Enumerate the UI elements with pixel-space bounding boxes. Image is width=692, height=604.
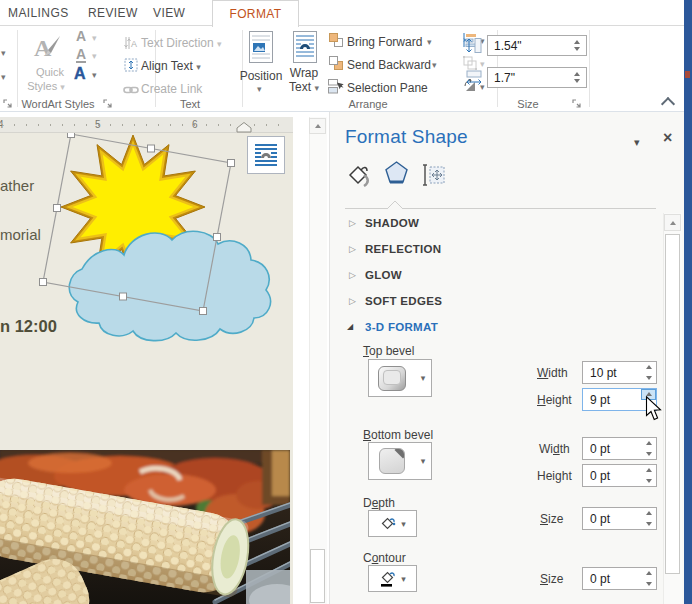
section-shadow[interactable]: SHADOW xyxy=(365,217,419,229)
contour-size-field[interactable]: 0 pt xyxy=(582,567,657,590)
spinner-down-icon[interactable] xyxy=(641,579,656,590)
contour-color-picker[interactable]: ▾ xyxy=(368,565,417,592)
bottom-bevel-picker[interactable]: ▾ xyxy=(368,442,432,480)
depth-color-icon xyxy=(379,516,396,532)
expander-icon[interactable]: ▷ xyxy=(349,297,356,306)
chevron-down-icon: ▾ xyxy=(196,62,201,72)
bring-forward-button[interactable]: Bring Forward xyxy=(347,35,422,49)
shape-height-spinner[interactable] xyxy=(570,40,586,51)
selection-pane-button[interactable]: Selection Pane xyxy=(347,81,428,95)
spinner-down-icon[interactable] xyxy=(641,476,656,487)
text-direction-icon: A xyxy=(124,36,138,54)
spinner-up-icon[interactable] xyxy=(641,568,656,579)
chevron-down-icon: ▾ xyxy=(314,83,319,93)
spinner-up-icon[interactable] xyxy=(641,362,656,373)
gallery-more-arrow-icon[interactable]: ▾ xyxy=(1,72,6,82)
depth-color-picker[interactable]: ▾ xyxy=(368,510,417,537)
section-3d-format[interactable]: 3-D FORMAT xyxy=(365,321,438,333)
shape-width-spinner[interactable] xyxy=(570,72,586,83)
pane-scroll-up-button[interactable] xyxy=(664,214,681,231)
svg-text:A: A xyxy=(131,39,137,49)
spinner-down-icon[interactable] xyxy=(641,449,656,460)
quick-styles-icon[interactable]: A xyxy=(32,32,64,68)
pane-title: Format Shape xyxy=(345,126,468,148)
position-dropdown-icon[interactable]: ▾ xyxy=(257,84,262,94)
expander-open-icon[interactable]: ◢ xyxy=(347,323,353,331)
pane-scrollbar-thumb[interactable] xyxy=(665,234,680,574)
selection-pane-icon xyxy=(328,79,344,98)
pane-close-icon[interactable]: × xyxy=(663,130,672,146)
tab-format[interactable]: FORMAT xyxy=(212,0,299,27)
send-backward-dropdown-icon[interactable]: ▾ xyxy=(432,60,437,70)
effects-tab-icon[interactable] xyxy=(384,160,409,191)
position-button[interactable]: Position xyxy=(234,69,288,83)
contour-size-label: Size xyxy=(540,572,563,586)
spinner-down-icon[interactable] xyxy=(641,373,656,384)
spinner-up-icon[interactable] xyxy=(641,438,656,449)
shape-height-icon xyxy=(465,37,483,58)
expander-icon[interactable]: ▷ xyxy=(349,219,356,228)
bottom-bevel-height-field[interactable]: 0 pt xyxy=(582,464,657,487)
text-direction-button[interactable]: Text Direction ▾ xyxy=(141,36,222,50)
document-photo[interactable] xyxy=(0,450,290,604)
tab-mailings[interactable]: MAILINGS xyxy=(8,0,69,25)
chevron-down-icon: ▾ xyxy=(60,82,65,92)
expander-icon[interactable]: ▷ xyxy=(349,271,356,280)
group-objects-dropdown-icon[interactable]: ▾ xyxy=(480,59,485,69)
spinner-up-icon[interactable] xyxy=(641,508,656,519)
wrap-text-button-line1[interactable]: Wrap xyxy=(289,66,319,80)
spinner-down-icon[interactable] xyxy=(641,519,656,530)
depth-size-field[interactable]: 0 pt xyxy=(582,507,657,530)
tab-review[interactable]: REVIEW xyxy=(88,0,138,25)
chevron-down-icon: ▾ xyxy=(217,39,222,49)
pane-options-dropdown-icon[interactable]: ▾ xyxy=(634,137,640,148)
bottom-bevel-width-value: 0 pt xyxy=(583,442,641,456)
layout-options-button[interactable] xyxy=(247,136,285,174)
text-effects-icon[interactable]: A xyxy=(74,66,86,82)
top-bevel-picker[interactable]: ▾ xyxy=(368,359,432,397)
expander-icon[interactable]: ▷ xyxy=(349,245,356,254)
horizontal-ruler: 4 5 6 xyxy=(0,117,293,133)
fill-line-tab-icon[interactable] xyxy=(345,162,371,192)
bring-forward-dropdown-icon[interactable]: ▾ xyxy=(427,37,432,47)
quick-styles-label-line2[interactable]: Styles ▾ xyxy=(22,80,70,92)
top-bevel-width-field[interactable]: 10 pt xyxy=(582,361,657,384)
wordart-styles-group-label: WordArt Styles xyxy=(18,98,98,110)
indent-marker-icon[interactable] xyxy=(236,122,252,133)
tab-view[interactable]: VIEW xyxy=(153,0,185,25)
chevron-down-icon: ▾ xyxy=(401,574,406,584)
spinner-up-icon[interactable] xyxy=(641,465,656,476)
wordart-styles-dialog-launcher-icon[interactable] xyxy=(103,99,113,109)
document-scroll-up-button[interactable] xyxy=(309,118,326,134)
text-fill-icon[interactable]: A xyxy=(76,29,86,43)
section-glow[interactable]: GLOW xyxy=(365,269,402,281)
text-effects-dropdown-icon[interactable]: ▾ xyxy=(92,70,97,80)
section-soft-edges[interactable]: SOFT EDGES xyxy=(365,295,442,307)
shape-height-field[interactable]: 1.54" xyxy=(487,35,587,56)
layout-properties-tab-icon[interactable] xyxy=(420,162,446,192)
send-backward-icon xyxy=(329,56,343,74)
shape-width-field[interactable]: 1.7" xyxy=(487,67,587,88)
bottom-bevel-width-field[interactable]: 0 pt xyxy=(582,437,657,460)
text-fill-dropdown-icon[interactable]: ▾ xyxy=(92,33,97,43)
wrap-text-button-line2[interactable]: Text ▾ xyxy=(285,80,323,94)
text-outline-icon[interactable]: A xyxy=(76,47,86,63)
document-scrollbar[interactable] xyxy=(309,117,327,604)
align-text-button[interactable]: Align Text ▾ xyxy=(141,59,201,73)
shape-styles-dialog-launcher-icon[interactable] xyxy=(3,99,13,109)
send-backward-button[interactable]: Send Backward xyxy=(347,58,431,72)
section-reflection[interactable]: REFLECTION xyxy=(365,243,441,255)
size-dialog-launcher-icon[interactable] xyxy=(572,99,582,109)
window-edge-artifact xyxy=(685,71,690,78)
create-link-button[interactable]: Create Link xyxy=(141,82,202,96)
bottom-bevel-label: Bottom bevel xyxy=(363,428,433,442)
quick-styles-label-line1[interactable]: Quick xyxy=(28,66,72,78)
top-bevel-height-label: Height xyxy=(537,393,572,407)
text-outline-dropdown-icon[interactable]: ▾ xyxy=(92,51,97,61)
top-bevel-width-label: Width xyxy=(537,366,568,380)
contour-label: Contour xyxy=(363,551,406,565)
bevel-circle-icon xyxy=(378,366,406,391)
document-scrollbar-thumb[interactable] xyxy=(310,549,325,603)
gallery-down-arrow-icon[interactable]: ▾ xyxy=(1,48,6,58)
text-group-label: Text xyxy=(168,98,212,110)
